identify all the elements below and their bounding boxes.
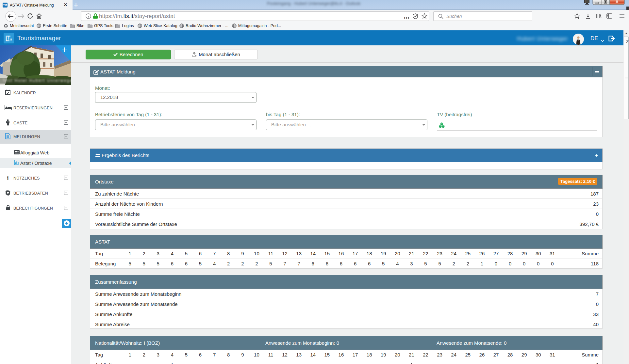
svg-text:s: s [10, 38, 12, 41]
